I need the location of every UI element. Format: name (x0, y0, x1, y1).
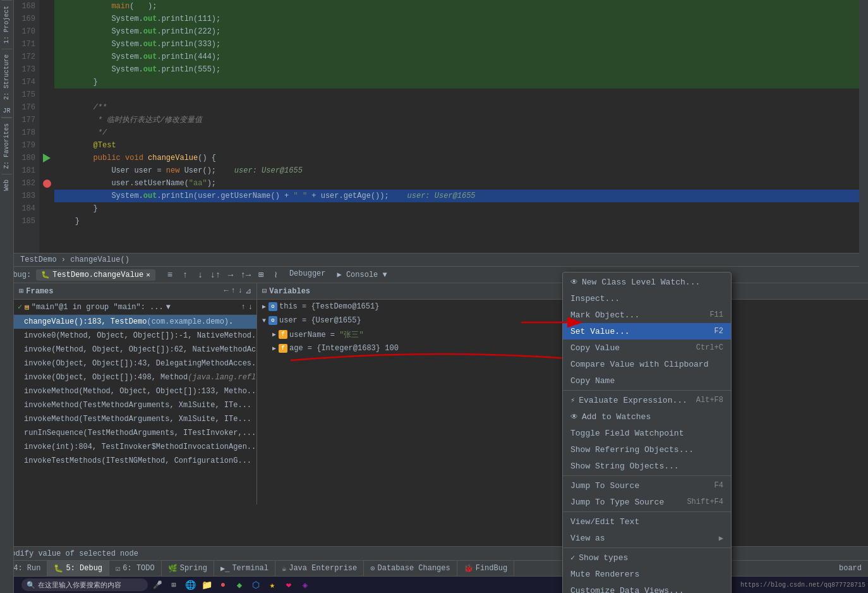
sidebar-tab-zrebel[interactable]: JR (1, 105, 11, 118)
cm-new-class-watch[interactable]: 👁 New Class Level Watch... (563, 274, 731, 290)
variables-title: Variables (269, 287, 310, 296)
cm-evaluate-expression[interactable]: ⚡ Evaluate Expression... Alt+F8 (563, 392, 731, 408)
thread-dropdown-icon[interactable]: ▼ (166, 303, 171, 312)
debug-btn-down[interactable]: ↓ (193, 268, 207, 282)
breakpoint-182 (39, 177, 54, 190)
bottom-tab-todo[interactable]: ☑ 6: TODO (109, 560, 162, 577)
taskbar-chrome-icon[interactable]: 🌐 (183, 578, 197, 592)
cm-view-edit-label: View/Edit Text (570, 517, 639, 527)
taskbar-app3-icon[interactable]: ⬡ (249, 578, 263, 592)
cm-mute-renderers[interactable]: Mute Renderers (563, 566, 731, 582)
sidebar-tab-structure[interactable]: 2: Structure (1, 49, 12, 105)
cm-show-referring[interactable]: Show Referring Objects... (563, 441, 731, 458)
cm-toggle-watchpoint[interactable]: Toggle Field Watchpoint (563, 425, 731, 441)
sidebar-tab-favorites[interactable]: Z: Favorites (1, 118, 12, 174)
frames-arrow-left[interactable]: ← (224, 286, 228, 296)
frames-icon: ⊞ (19, 286, 23, 296)
taskbar-task-view[interactable]: ⊞ (167, 578, 181, 592)
debug-btn-menu[interactable]: ≡ (163, 268, 177, 282)
cm-inspect[interactable]: Inspect... (563, 290, 731, 307)
debug-btn-threads[interactable]: ≀ (269, 268, 283, 282)
bottom-tab-board: board (833, 564, 868, 573)
expand-arrow-age: ▶ (270, 345, 279, 352)
debugger-tab[interactable]: Debugger (284, 268, 331, 282)
console-tab[interactable]: ▶ Console ▼ (332, 268, 392, 282)
frame-item[interactable]: invoke(int):804, TestInvoker$MethodInvoc… (14, 440, 256, 454)
frames-arrow-up[interactable]: ↑ (231, 286, 236, 296)
cm-set-value[interactable]: Set Value... F2 (563, 323, 731, 339)
cm-customize-views[interactable]: Customize Data Views... (563, 582, 731, 593)
close-tab-icon[interactable]: ✕ (146, 271, 150, 279)
taskbar-app2-icon[interactable]: ◆ (232, 578, 246, 592)
bottom-tab-spring[interactable]: 🌿 Spring (162, 560, 214, 577)
bottom-tab-java-enterprise[interactable]: ☕ Java Enterprise (275, 560, 364, 577)
findbug-icon: 🐞 (464, 564, 473, 573)
debug-btn-step-into[interactable]: → (224, 268, 238, 282)
taskbar-voice-icon[interactable]: 🎤 (150, 578, 164, 592)
taskbar-url-text: https://blog.csdn.net/qq877728715 (740, 582, 865, 589)
debug-icon: 🐛 (54, 564, 63, 573)
frames-filter-icon[interactable]: ⊿ (245, 286, 251, 296)
cm-jump-to-type-label: Jump To Type Source (570, 498, 664, 507)
frames-thread-row[interactable]: ✓ ▤ "main"@1 in group "main": ... ▼ ↑ ↓ (14, 300, 256, 315)
status-text: Modify value of selected node (6, 549, 138, 558)
cm-show-string[interactable]: Show String Objects... (563, 458, 731, 474)
cm-mark-object[interactable]: Mark Object... F11 (563, 307, 731, 323)
cm-view-edit-text[interactable]: View/Edit Text (563, 513, 731, 530)
expand-arrow-username: ▶ (270, 331, 279, 338)
frames-nav-down[interactable]: ↓ (248, 303, 253, 312)
cm-jump-to-type-shortcut: Shift+F4 (687, 498, 723, 506)
frame-item[interactable]: invoke(Object, Object[]):498, Method (ja… (14, 370, 256, 384)
frame-item[interactable]: invoke(Object, Object[]):43, DelegatingM… (14, 357, 256, 370)
sidebar-tab-web[interactable]: Web (1, 174, 12, 196)
frame-item[interactable]: invoke0(Method, Object, Object[]):-1, Na… (14, 329, 256, 343)
taskbar-app4-icon[interactable]: ★ (265, 578, 279, 592)
debug-btn-step-over[interactable]: ↓↑ (208, 268, 222, 282)
taskbar-app5-icon[interactable]: ❤ (282, 578, 296, 592)
debug-tab-label: TestDemo.changeValue (52, 271, 143, 279)
var-this-label: this = {TestDemo@1651} (279, 302, 379, 311)
frame-item[interactable]: invokeMethod(Method, Object, Object[]):1… (14, 384, 256, 398)
frame-item[interactable]: invokeTestMethods(ITestNGMethod, Configu… (14, 454, 256, 468)
taskbar-search[interactable]: 🔍 在这里输入你要搜索的内容 (21, 578, 148, 591)
taskbar-file-icon[interactable]: 📁 (200, 578, 214, 592)
debug-btn-frames[interactable]: ⊞ (254, 268, 268, 282)
cm-copy-value[interactable]: Copy Value Ctrl+C (563, 339, 731, 356)
debug-btn-step-out[interactable]: ↑→ (239, 268, 253, 282)
todo-icon: ☑ (116, 564, 120, 573)
frame-item[interactable]: invokeMethod(TestMethodArguments, XmlSui… (14, 412, 256, 426)
frame-item[interactable]: invokeMethod(TestMethodArguments, XmlSui… (14, 398, 256, 412)
frames-nav-up[interactable]: ↑ (241, 303, 246, 312)
cm-copy-name-label: Copy Name (570, 376, 615, 386)
debug-tab[interactable]: 🐛 TestDemo.changeValue ✕ (36, 269, 155, 281)
cm-add-watches[interactable]: 👁 Add to Watches (563, 408, 731, 425)
taskbar-app1-icon[interactable]: ● (216, 578, 230, 592)
cm-jump-to-source-shortcut: F4 (714, 481, 723, 490)
cm-copy-value-shortcut: Ctrl+C (696, 343, 723, 352)
taskbar-app6-icon[interactable]: ◈ (298, 578, 312, 592)
frames-panel-header: ⊞ Frames ← ↑ ↓ ⊿ (14, 283, 256, 300)
sidebar-tab-project[interactable]: 1: Project (1, 0, 12, 49)
checkmark-icon: ✓ (570, 553, 575, 563)
cm-new-class-watch-label: New Class Level Watch... (582, 278, 700, 287)
cm-show-types[interactable]: ✓ Show types (563, 549, 731, 566)
cm-jump-to-type[interactable]: Jump To Type Source Shift+F4 (563, 494, 731, 510)
bottom-tab-findbug[interactable]: 🐞 FindBug (457, 560, 514, 577)
bottom-tab-terminal[interactable]: ▶_ Terminal (214, 560, 275, 577)
bottom-tab-db-changes[interactable]: ⊙ Database Changes (364, 560, 457, 577)
frame-item-active[interactable]: changeValue():183, TestDemo (com.example… (14, 315, 256, 329)
cm-copy-name[interactable]: Copy Name (563, 372, 731, 389)
frame-item[interactable]: runInSequence(TestMethodArguments, ITest… (14, 426, 256, 440)
cm-jump-to-source[interactable]: Jump To Source F4 (563, 477, 731, 494)
cm-view-as[interactable]: View as ▶ (563, 530, 731, 546)
search-icon: 🔍 (27, 581, 35, 589)
frame-item[interactable]: invoke(Method, Object, Object[]):62, Nat… (14, 343, 256, 357)
cm-compare-value[interactable]: Compare Value with Clipboard (563, 356, 731, 372)
debug-btn-up[interactable]: ↑ (178, 268, 192, 282)
frames-arrow-down[interactable]: ↓ (238, 286, 243, 296)
search-text: 在这里输入你要搜索的内容 (38, 580, 121, 590)
thread-icon: ▤ (25, 303, 29, 311)
this-obj-icon: o (268, 302, 277, 311)
cm-mute-renderers-label: Mute Renderers (570, 570, 639, 579)
bottom-tab-debug[interactable]: 🐛 5: Debug (47, 560, 109, 577)
